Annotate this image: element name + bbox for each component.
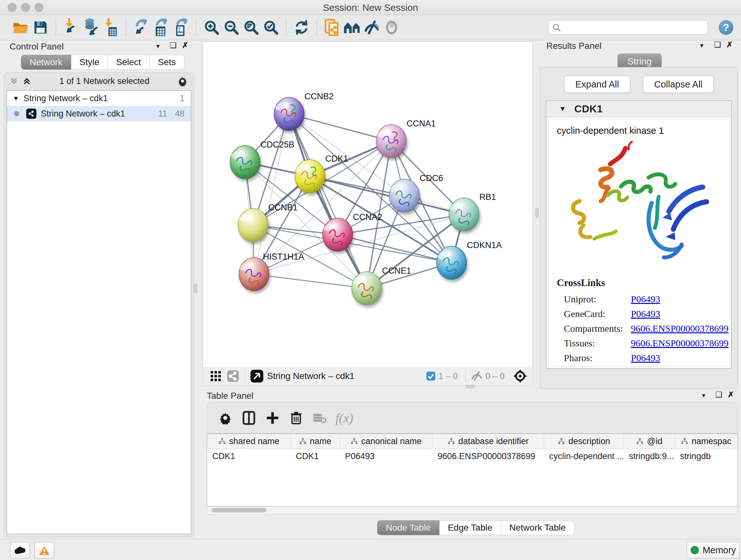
result-entry-header[interactable]: ▼ CDK1 xyxy=(546,101,731,117)
scrollbar-thumb[interactable] xyxy=(212,508,266,512)
panel-close-button[interactable]: ✗ xyxy=(182,42,188,49)
network-node-CCNB1[interactable]: CCNB1 xyxy=(238,203,298,242)
network-node-RB1[interactable]: RB1 xyxy=(449,192,496,231)
network-node-CDC25B[interactable]: CDC25B xyxy=(230,140,294,179)
crosslink-link-genecard[interactable]: P06493 xyxy=(631,308,660,319)
import-network-file-button[interactable] xyxy=(61,17,81,38)
column-header-description[interactable]: description xyxy=(544,434,624,449)
network-node-HIST1H1A[interactable]: HIST1H1A xyxy=(239,252,304,291)
panel-close-button[interactable]: ✗ xyxy=(728,391,734,398)
tree-caret-icon[interactable]: ▼ xyxy=(13,95,19,102)
bottom-splitter-handle[interactable] xyxy=(465,385,475,388)
zoom-fit-button[interactable] xyxy=(241,17,261,38)
grid-view-icon[interactable] xyxy=(209,370,222,382)
network-edge-CCNB2-CCNE1[interactable] xyxy=(289,114,367,288)
network-edge-CCNE1-HIST1H1A[interactable] xyxy=(254,274,367,288)
network-edge-RB1-HIST1H1A[interactable] xyxy=(254,214,464,274)
expand-all-button[interactable]: Expand All xyxy=(564,76,630,93)
panel-float-button[interactable]: ❑ xyxy=(170,42,177,49)
collapse-all-button[interactable]: Collapse All xyxy=(643,76,714,93)
network-node-CCNA1[interactable]: CCNA1 xyxy=(376,119,436,158)
tab-sets[interactable]: Sets xyxy=(150,55,185,70)
network-list-view-icon[interactable] xyxy=(226,370,239,382)
network-canvas[interactable]: CCNB2CCNA1CDC25BCDK1CDC6RB1CCNB1CCNA2CDK… xyxy=(203,42,533,367)
crosslink-link-tissues[interactable]: 9606.ENSP00000378699 xyxy=(631,338,729,349)
first-neighbors-button[interactable] xyxy=(342,17,362,38)
panel-menu-button[interactable]: ▼ xyxy=(155,44,161,49)
tab-edge-table[interactable]: Edge Table xyxy=(440,520,501,535)
tab-string[interactable]: String xyxy=(617,54,662,69)
search-input[interactable] xyxy=(564,22,704,33)
eye-icon xyxy=(384,20,400,35)
network-node-CCNE1[interactable]: CCNE1 xyxy=(352,266,411,305)
network-node-CDC6[interactable]: CDC6 xyxy=(389,173,443,212)
table-settings-button[interactable] xyxy=(213,407,237,429)
birds-eye-view-icon[interactable] xyxy=(513,369,528,383)
column-header-shared-name[interactable]: shared name xyxy=(207,434,291,449)
export-network-button[interactable] xyxy=(131,17,151,38)
column-header-id[interactable]: @id xyxy=(624,434,675,449)
panel-menu-button[interactable]: ▼ xyxy=(699,43,704,49)
network-collection-row[interactable]: ▼ String Network – cdk1 1 xyxy=(7,91,191,106)
export-image-button[interactable] xyxy=(171,17,191,38)
network-edge-CCNB2-HIST1H1A[interactable] xyxy=(254,114,289,274)
collapse-caret-icon[interactable]: ▼ xyxy=(559,105,566,113)
selected-checkbox-icon[interactable] xyxy=(426,371,436,381)
refresh-button[interactable] xyxy=(292,17,312,38)
gear-icon xyxy=(219,412,232,424)
delete-table-button xyxy=(308,407,332,429)
tab-network-table[interactable]: Network Table xyxy=(501,520,575,535)
collapse-all-icon[interactable] xyxy=(9,76,19,86)
panel-menu-button[interactable]: ▼ xyxy=(701,393,706,398)
show-columns-button[interactable] xyxy=(237,407,261,429)
network-node-CDK1[interactable]: CDK1 xyxy=(295,154,348,193)
tab-select[interactable]: Select xyxy=(108,55,150,70)
cloud-status-button[interactable] xyxy=(10,542,30,559)
tab-network[interactable]: Network xyxy=(21,55,71,70)
control-panel-title: Control Panel xyxy=(10,42,64,52)
hide-selected-button[interactable] xyxy=(362,17,382,38)
copy-style-button[interactable] xyxy=(322,17,342,38)
crosslink-link-uniprot[interactable]: P06493 xyxy=(631,294,660,305)
tab-node-table[interactable]: Node Table xyxy=(377,520,440,535)
show-all-button[interactable] xyxy=(382,17,401,38)
column-header-database-identifier[interactable]: database identifier xyxy=(432,434,544,449)
save-session-button[interactable] xyxy=(30,17,51,38)
node-label-CCNA1: CCNA1 xyxy=(407,119,436,128)
detach-view-icon[interactable] xyxy=(250,369,264,383)
panel-float-button[interactable]: ❑ xyxy=(714,41,721,49)
zoom-in-button[interactable] xyxy=(202,17,221,38)
crosslink-link-compartments[interactable]: 9606.ENSP00000378699 xyxy=(631,323,729,334)
column-header-name[interactable]: name xyxy=(291,434,340,449)
search-box[interactable] xyxy=(548,20,708,35)
panel-float-button[interactable]: ❑ xyxy=(716,391,723,398)
export-table-button[interactable] xyxy=(151,17,171,38)
zoom-selected-button[interactable] xyxy=(261,17,281,38)
import-network-database-button[interactable] xyxy=(81,17,101,38)
right-splitter-handle[interactable] xyxy=(536,208,539,218)
add-column-button[interactable] xyxy=(261,407,284,429)
panel-close-button[interactable]: ✗ xyxy=(726,41,733,49)
table-horizontal-scrollbar[interactable] xyxy=(207,506,738,515)
crosslink-link-pharos[interactable]: P06493 xyxy=(631,353,660,363)
zoom-out-button[interactable] xyxy=(221,17,241,38)
network-row[interactable]: String Network – cdk1 11 48 xyxy=(7,106,191,121)
network-node-CDKN1A[interactable]: CDKN1A xyxy=(436,240,502,279)
expand-all-icon[interactable] xyxy=(22,76,31,86)
warnings-button[interactable] xyxy=(35,542,54,559)
node-label-CCNA2: CCNA2 xyxy=(353,212,382,222)
import-table-file-button[interactable] xyxy=(101,17,121,38)
node-table[interactable]: shared namenamecanonical namedatabase id… xyxy=(207,434,738,506)
table-row[interactable]: CDK1CDK1P064939606.ENSP00000378699cyclin… xyxy=(207,449,738,463)
left-splitter-handle[interactable] xyxy=(194,284,197,293)
column-header-canonical-name[interactable]: canonical name xyxy=(340,434,432,449)
hidden-eye-icon[interactable] xyxy=(471,371,483,381)
memory-button[interactable]: Memory xyxy=(687,542,740,558)
help-button[interactable]: ? xyxy=(719,20,733,35)
gear-icon[interactable] xyxy=(177,76,188,86)
delete-table-icon xyxy=(313,413,327,423)
column-header-namespac[interactable]: namespac xyxy=(675,434,738,449)
delete-column-button[interactable] xyxy=(284,407,308,429)
open-session-button[interactable] xyxy=(11,17,30,38)
tab-style[interactable]: Style xyxy=(71,55,108,70)
